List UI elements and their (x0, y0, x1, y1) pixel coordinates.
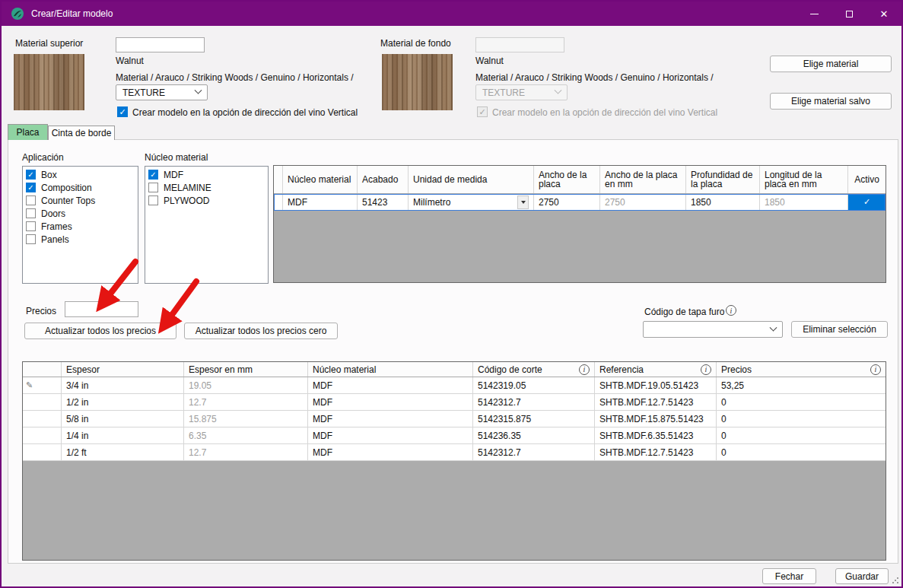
cell-unidad-combo[interactable]: Milímetro (409, 194, 534, 211)
cell-codigo[interactable]: 514236.35 (473, 427, 595, 444)
cell-espesor-mm: 12.7 (184, 394, 308, 411)
cell-espesor[interactable]: 5/8 in (62, 411, 184, 427)
cell-espesor-mm: 15.875 (184, 411, 308, 427)
aplicacion-item-doors[interactable]: Doors (23, 207, 138, 220)
col-ancho-placa-mm[interactable]: Ancho de la placa en mm (600, 166, 686, 193)
material-superior-name-input[interactable] (116, 37, 205, 52)
dropdown-arrow-icon[interactable] (517, 195, 529, 209)
cell-nucleo[interactable]: MDF (308, 427, 473, 444)
checkbox-unchecked-icon[interactable] (26, 195, 36, 205)
vertical-direction-checkbox-label-disabled: Crear modelo en la opción de dirección d… (492, 107, 717, 118)
material-superior-type-combo[interactable]: TEXTURE (116, 84, 208, 100)
material-fondo-path: Material / Arauco / Striking Woods / Gen… (475, 72, 714, 83)
cell-espesor[interactable]: 1/4 in (62, 427, 184, 444)
tab-cinta-de-borde[interactable]: Cinta de borde (48, 126, 115, 140)
cell-referencia[interactable]: SHTB.MDF.12.7.51423 (595, 444, 717, 461)
checkbox-unchecked-icon[interactable] (148, 195, 158, 205)
tapa-furo-combo[interactable] (643, 321, 783, 338)
cell-codigo[interactable]: 5142312.7 (473, 444, 595, 461)
aplicacion-item-frames[interactable]: Frames (23, 220, 138, 233)
maximize-button[interactable] (831, 2, 866, 26)
cell-referencia[interactable]: SHTB.MDF.12.7.51423 (595, 394, 717, 411)
checkbox-unchecked-icon[interactable] (26, 221, 36, 231)
col-precios[interactable]: Preciosi (717, 362, 886, 377)
info-icon[interactable]: i (726, 305, 736, 316)
cell-espesor[interactable]: 1/2 in (62, 394, 184, 411)
eliminar-seleccion-button[interactable]: Eliminar selección (791, 321, 888, 338)
cell-precio[interactable]: 0 (717, 444, 886, 461)
cell-referencia[interactable]: SHTB.MDF.6.35.51423 (595, 427, 717, 444)
precios-input[interactable] (65, 301, 138, 317)
nucleo-item-melamine[interactable]: MELAMINE (145, 181, 268, 194)
cell-precio[interactable]: 53,25 (717, 377, 886, 394)
resize-grip[interactable] (892, 577, 899, 584)
cell-referencia[interactable]: SHTB.MDF.19.05.51423 (595, 377, 717, 394)
col-nucleo-material[interactable]: Núcleo material (283, 166, 358, 193)
col-profundidad-placa[interactable]: Profundidad de la placa (686, 166, 760, 193)
checkbox-unchecked-icon[interactable] (26, 208, 36, 218)
aplicacion-item-box[interactable]: ✓Box (23, 168, 138, 181)
cell-nucleo[interactable]: MDF (308, 377, 473, 394)
aplicacion-item-counter-tops[interactable]: Counter Tops (23, 194, 138, 207)
cell-acabado[interactable]: 51423 (358, 194, 409, 211)
cell-espesor[interactable]: 1/2 ft (62, 444, 184, 461)
aplicacion-item-panels[interactable]: Panels (23, 233, 138, 246)
col-longitud-placa-mm[interactable]: Longitud de la placa en mm (760, 166, 848, 193)
checkbox-unchecked-icon[interactable] (148, 183, 158, 192)
nucleo-item-mdf[interactable]: ✓MDF (145, 168, 268, 181)
aplicacion-listbox: ✓Box ✓Composition Counter Tops Doors Fra… (22, 166, 138, 284)
cell-referencia[interactable]: SHTB.MDF.15.875.51423 (595, 411, 717, 427)
col-codigo-corte[interactable]: Código de cortei (473, 362, 595, 377)
thickness-row[interactable]: ✎ 3/4 in 19.05 MDF 5142319.05 SHTB.MDF.1… (23, 377, 886, 394)
elige-material-button[interactable]: Elige material (770, 56, 892, 72)
check-icon: ✓ (119, 108, 126, 116)
thickness-row[interactable]: 1/4 in 6.35 MDF 514236.35 SHTB.MDF.6.35.… (23, 427, 886, 444)
tab-placa[interactable]: Placa (8, 124, 48, 140)
col-espesor[interactable]: Espesor (62, 362, 184, 377)
material-fondo-label: Material de fondo (380, 38, 451, 49)
checkbox-checked-icon[interactable]: ✓ (26, 183, 36, 192)
guardar-button[interactable]: Guardar (835, 568, 889, 584)
cell-precio[interactable]: 0 (717, 394, 886, 411)
col-referencia[interactable]: Referenciai (595, 362, 717, 377)
cell-espesor[interactable]: 3/4 in (62, 377, 184, 394)
thickness-row[interactable]: 1/2 in 12.7 MDF 5142312.7 SHTB.MDF.12.7.… (23, 394, 886, 411)
cell-precio[interactable]: 0 (717, 411, 886, 427)
actualizar-precios-button[interactable]: Actualizar todos los precios (24, 323, 176, 339)
plate-grid-row[interactable]: MDF 51423 Milímetro 2750 2750 1850 1850 … (274, 194, 886, 211)
col-nucleo-material[interactable]: Núcleo material (308, 362, 473, 377)
actualizar-precios-cero-button[interactable]: Actualizar todos los precios cero (184, 323, 338, 339)
info-icon[interactable]: i (870, 364, 881, 375)
info-icon[interactable]: i (701, 364, 711, 375)
cell-nucleo[interactable]: MDF (308, 411, 473, 427)
cell-codigo[interactable]: 5142312.7 (473, 394, 595, 411)
close-button[interactable]: ✕ (866, 2, 901, 26)
info-icon[interactable]: i (579, 364, 590, 375)
col-activo[interactable]: Activo (848, 166, 886, 193)
minimize-button[interactable] (796, 2, 831, 26)
col-ancho-placa[interactable]: Ancho de la placa (534, 166, 600, 193)
vertical-direction-checkbox[interactable]: ✓ (117, 106, 128, 117)
checkbox-checked-icon[interactable]: ✓ (26, 170, 36, 180)
cell-precio[interactable]: 0 (717, 427, 886, 444)
nucleo-item-plywood[interactable]: PLYWOOD (145, 194, 268, 207)
col-acabado[interactable]: Acabado (358, 166, 409, 193)
cell-nucleo[interactable]: MDF (308, 444, 473, 461)
fechar-button[interactable]: Fechar (762, 568, 816, 584)
checkbox-checked-icon[interactable]: ✓ (148, 170, 158, 180)
cell-codigo[interactable]: 5142315.875 (473, 411, 595, 427)
aplicacion-item-composition[interactable]: ✓Composition (23, 181, 138, 194)
col-unidad-de-medida[interactable]: Unidad de medida (409, 166, 534, 193)
checkbox-unchecked-icon[interactable] (26, 234, 36, 244)
titlebar: Crear/Editar modelo ✕ (2, 2, 901, 26)
cell-activo-checkbox[interactable]: ✓ (848, 194, 886, 211)
col-espesor-mm[interactable]: Espesor en mm (184, 362, 308, 377)
thickness-row[interactable]: 5/8 in 15.875 MDF 5142315.875 SHTB.MDF.1… (23, 411, 886, 427)
cell-nucleo[interactable]: MDF (283, 194, 358, 211)
cell-codigo[interactable]: 5142319.05 (473, 377, 595, 394)
cell-ancho[interactable]: 2750 (534, 194, 600, 211)
cell-nucleo[interactable]: MDF (308, 394, 473, 411)
elige-material-salvo-button[interactable]: Elige material salvo (770, 93, 892, 110)
cell-profundidad[interactable]: 1850 (686, 194, 760, 211)
thickness-row[interactable]: 1/2 ft 12.7 MDF 5142312.7 SHTB.MDF.12.7.… (23, 444, 886, 461)
